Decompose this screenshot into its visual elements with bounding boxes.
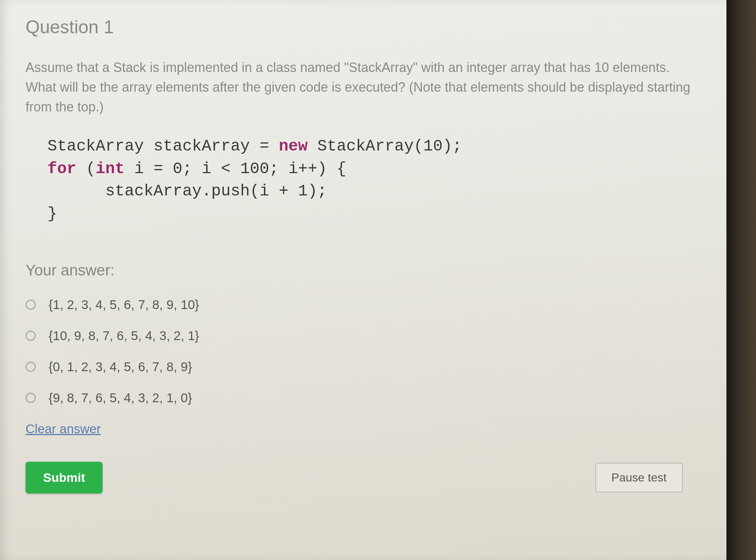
code-line-4: }	[47, 205, 57, 223]
radio-option-2[interactable]: {10, 9, 8, 7, 6, 5, 4, 3, 2, 1}	[26, 328, 701, 343]
code-keyword-int: int	[96, 160, 124, 178]
option-text: {0, 1, 2, 3, 4, 5, 6, 7, 8, 9}	[49, 359, 192, 374]
code-line-2-paren: (	[76, 160, 96, 178]
code-keyword-new: new	[279, 137, 308, 155]
radio-circle-icon	[26, 331, 36, 341]
submit-button[interactable]: Submit	[26, 462, 103, 494]
question-prompt: Assume that a Stack is implemented in a …	[26, 58, 701, 117]
radio-option-4[interactable]: {9, 8, 7, 6, 5, 4, 3, 2, 1, 0}	[26, 391, 701, 405]
code-line-3: stackArray.push(i + 1);	[47, 182, 327, 200]
answer-label: Your answer:	[26, 262, 701, 279]
option-text: {9, 8, 7, 6, 5, 4, 3, 2, 1, 0}	[49, 391, 192, 405]
question-title: Question 1	[26, 16, 701, 38]
button-row: Submit Pause test	[26, 462, 701, 494]
option-text: {10, 9, 8, 7, 6, 5, 4, 3, 2, 1}	[49, 328, 199, 343]
quiz-page: Question 1 Assume that a Stack is implem…	[0, 0, 726, 560]
code-line-1-pre: StackArray stackArray =	[47, 137, 279, 155]
pause-test-button[interactable]: Pause test	[595, 463, 683, 492]
code-block: StackArray stackArray = new StackArray(1…	[47, 135, 701, 225]
radio-circle-icon	[26, 393, 36, 403]
code-keyword-for: for	[47, 160, 76, 178]
clear-answer-link[interactable]: Clear answer	[26, 422, 101, 436]
code-line-1-post: StackArray(10);	[308, 137, 462, 155]
radio-circle-icon	[26, 362, 36, 372]
right-edge-shadow	[726, 0, 756, 560]
code-line-2-rest: i = 0; i < 100; i++) {	[124, 160, 346, 178]
option-text: {1, 2, 3, 4, 5, 6, 7, 8, 9, 10}	[49, 297, 199, 312]
radio-circle-icon	[26, 300, 36, 310]
answer-options: {1, 2, 3, 4, 5, 6, 7, 8, 9, 10} {10, 9, …	[26, 297, 701, 405]
radio-option-1[interactable]: {1, 2, 3, 4, 5, 6, 7, 8, 9, 10}	[26, 297, 701, 312]
radio-option-3[interactable]: {0, 1, 2, 3, 4, 5, 6, 7, 8, 9}	[26, 359, 701, 374]
